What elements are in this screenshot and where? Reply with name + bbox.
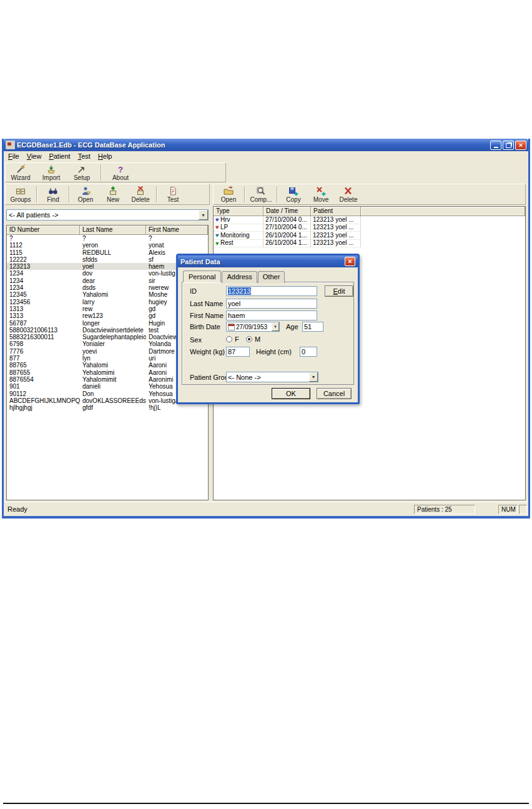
header-id-number[interactable]: ID Number — [7, 226, 80, 235]
cell-patient: 123213 yoel ... — [311, 240, 361, 248]
cell-id-number: 123456 — [7, 299, 80, 305]
dialog-close-button[interactable]: × — [345, 257, 355, 266]
close-button[interactable]: × — [515, 141, 526, 150]
test-button[interactable]: Test — [159, 185, 187, 204]
open-patient-button[interactable]: Open — [72, 185, 99, 204]
menu-help[interactable]: Help — [94, 152, 116, 161]
birth-date-label: Birth Date — [190, 323, 220, 330]
patient-filter-combobox[interactable]: <- All patients -> ▼ — [6, 209, 209, 221]
height-label: Height (cm) — [256, 348, 292, 355]
ok-button[interactable]: OK — [272, 388, 310, 399]
new-patient-button[interactable]: New — [99, 185, 127, 204]
import-icon — [46, 164, 56, 174]
move-study-button[interactable]: Move — [307, 185, 335, 204]
close-icon: × — [348, 258, 352, 265]
study-row[interactable]: ♥Monitoring 26/10/2004 1... 123213 yoel … — [214, 232, 525, 240]
tab-other[interactable]: Other — [258, 271, 285, 283]
study-row[interactable]: ♥Hrv 27/10/2004 0... 123213 yoel ... — [214, 216, 525, 224]
delete-patient-button[interactable]: Delete — [127, 185, 154, 204]
study-row[interactable]: ♥Rest 26/10/2004 1... 123213 yoel ... — [214, 240, 525, 248]
find-button[interactable]: Find — [39, 185, 67, 204]
patient-filter-value: <- All patients -> — [7, 211, 199, 219]
table-row[interactable]: 1112 yeron yonat — [7, 242, 208, 249]
table-row[interactable]: ? ? ? — [7, 235, 208, 242]
new-patient-icon — [108, 186, 118, 196]
table-row[interactable]: hjlhgjhgj gfdf !hj)L — [7, 404, 208, 411]
height-field[interactable]: 0 — [300, 347, 317, 357]
calendar-icon — [228, 324, 235, 330]
about-question-icon: ? — [118, 164, 123, 174]
sex-m-radio[interactable]: M — [246, 335, 260, 343]
test-document-icon — [168, 186, 178, 196]
copy-study-button[interactable]: Copy — [280, 185, 307, 204]
patient-group-combobox[interactable]: <- None -> ▼ — [226, 372, 318, 382]
weight-field[interactable]: 87 — [226, 347, 250, 357]
study-type-icon: ♥ — [215, 217, 219, 223]
groups-button[interactable]: Groups — [7, 185, 34, 204]
title-bar: ECGDBase1.Edb - ECG DataBase Application… — [4, 139, 528, 151]
menu-test[interactable]: Test — [74, 152, 94, 161]
tab-personal[interactable]: Personal — [183, 270, 221, 282]
id-field[interactable]: 123213 — [226, 286, 317, 296]
header-date-time[interactable]: Date / Time — [264, 207, 311, 216]
open-folder-icon — [223, 186, 234, 196]
delete-patient-icon — [135, 186, 145, 196]
delete-study-button[interactable]: Delete — [335, 185, 362, 204]
cell-last-name: rew — [80, 305, 146, 312]
first-name-field[interactable]: haem — [226, 310, 317, 320]
sex-f-label: F — [235, 335, 239, 343]
setup-button[interactable]: Setup — [68, 163, 96, 182]
import-button[interactable]: Import — [37, 163, 65, 182]
birth-date-picker[interactable]: 27/09/1953 ▼ — [226, 322, 280, 332]
chevron-down-icon[interactable]: ▼ — [199, 210, 208, 220]
cell-id-number: 887655 — [7, 369, 80, 376]
restore-icon — [506, 143, 511, 148]
cell-patient: 123213 yoel ... — [311, 224, 361, 232]
sex-m-label: M — [255, 335, 260, 343]
header-patient[interactable]: Patient — [311, 207, 361, 216]
chevron-down-icon[interactable]: ▼ — [309, 372, 318, 382]
age-field[interactable]: 51 — [302, 322, 323, 332]
toolbar-separator — [69, 186, 70, 202]
cell-last-name: Sugardelephantappleion — [80, 334, 146, 340]
header-first-name[interactable]: First Name — [146, 226, 208, 235]
close-icon: × — [519, 142, 523, 149]
menu-file[interactable]: File — [4, 152, 23, 161]
open-study-button[interactable]: Open — [215, 185, 242, 204]
menu-patient[interactable]: Patient — [45, 152, 74, 161]
copy-icon — [288, 186, 299, 196]
edit-button[interactable]: Edit — [325, 285, 353, 297]
cell-date-time: 26/10/2004 1... — [264, 232, 311, 240]
minimize-button[interactable] — [490, 141, 501, 150]
cell-type: ♥Monitoring — [214, 232, 264, 240]
patients-count-panel: Patients : 25 — [414, 505, 475, 514]
restore-button[interactable] — [503, 141, 514, 150]
cell-id-number: 12345 — [7, 291, 80, 298]
cell-id-number: hjlhgjhgj — [7, 404, 80, 411]
about-button[interactable]: ? About — [107, 163, 134, 182]
chevron-down-icon[interactable]: ▼ — [272, 322, 279, 331]
header-type[interactable]: Type — [214, 207, 264, 216]
last-name-field[interactable]: yoel — [226, 299, 317, 309]
last-name-label: Last Name — [190, 300, 223, 307]
app-icon — [6, 141, 15, 149]
cell-id-number: 901 — [7, 383, 80, 390]
cell-last-name: yoel — [80, 263, 146, 270]
menu-view[interactable]: View — [23, 152, 46, 161]
tab-address[interactable]: Address — [222, 271, 257, 283]
cell-date-time: 27/10/2004 0... — [264, 224, 311, 232]
status-end-panel — [519, 505, 527, 514]
compare-button[interactable]: Comp... — [247, 185, 275, 204]
wizard-button[interactable]: Wizard — [7, 163, 34, 182]
sex-f-radio[interactable]: F — [226, 335, 239, 343]
header-last-name[interactable]: Last Name — [80, 226, 146, 235]
cell-last-name: dsds — [80, 284, 146, 291]
radio-circle-icon — [226, 336, 232, 342]
cell-type: ♥Hrv — [214, 216, 264, 224]
cell-last-name: Yonialer — [80, 340, 146, 347]
cell-last-name: larry — [80, 299, 146, 305]
cancel-button[interactable]: Cancel — [317, 388, 352, 399]
cell-first-name: ? — [146, 235, 208, 242]
study-row[interactable]: ♥LP 27/10/2004 0... 123213 yoel ... — [214, 224, 525, 232]
cell-last-name: dovOKLASSOREEEds — [80, 397, 146, 404]
